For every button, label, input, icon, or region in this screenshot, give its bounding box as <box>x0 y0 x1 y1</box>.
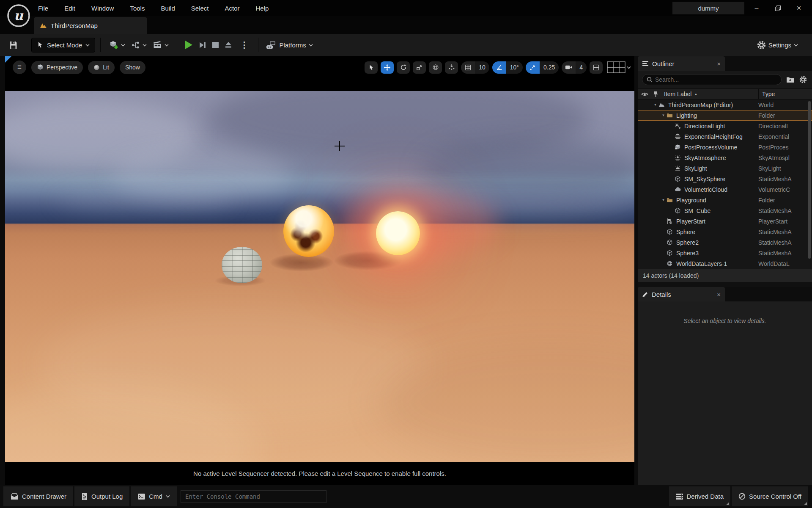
eject-icon <box>225 41 232 49</box>
gear-icon <box>799 76 807 83</box>
tab-outliner[interactable]: Outliner × <box>638 56 725 71</box>
console-icon <box>137 493 145 500</box>
play-button[interactable] <box>182 39 195 51</box>
outliner-row-sphere3[interactable]: Sphere3StaticMeshA <box>638 248 812 258</box>
outliner-row-thirdpersonmap-editor-[interactable]: ▼ThirdPersonMap (Editor)World <box>638 99 812 110</box>
source-control-button[interactable]: Source Control Off <box>732 486 808 506</box>
panel-divider[interactable] <box>638 282 812 287</box>
minimize-button[interactable]: – <box>746 2 767 14</box>
tab-details[interactable]: Details × <box>638 287 725 301</box>
stone-sphere <box>222 247 262 283</box>
volumetric-cloud-icon <box>675 186 682 193</box>
stop-button[interactable] <box>209 40 222 50</box>
outliner-row-playerstart[interactable]: PlayerStartPlayerStart <box>638 216 812 226</box>
perspective-dropdown[interactable]: Perspective <box>31 61 83 74</box>
outliner-row-exponentialheightfog[interactable]: ExponentialHeightFogExponential <box>638 131 812 142</box>
world-space-toggle[interactable] <box>429 61 442 74</box>
actor-label: VolumetricCloud <box>684 186 727 193</box>
frame-skip-button[interactable] <box>195 39 209 51</box>
outliner-settings-button[interactable] <box>798 75 808 84</box>
menu-item-edit[interactable]: Edit <box>59 3 80 14</box>
search-input[interactable] <box>642 74 782 85</box>
create-folder-button[interactable] <box>785 75 795 84</box>
outliner-row-postprocessvolume[interactable]: PostProcessVolumePostProces <box>638 142 812 152</box>
folder-icon <box>667 197 674 203</box>
rotate-tool-button[interactable] <box>397 61 410 74</box>
actor-type: VolumetricC <box>758 186 806 193</box>
actor-label: Sphere <box>676 229 695 235</box>
scale-tool-button[interactable] <box>413 61 426 74</box>
column-item-label[interactable]: Item Label ▲ <box>664 91 697 97</box>
platforms-label: Platforms <box>279 41 306 49</box>
select-tool-button[interactable] <box>365 61 378 74</box>
actor-type: World <box>758 102 806 108</box>
outliner-row-directionallight[interactable]: DirectionalLightDirectionalL <box>638 121 812 131</box>
save-button[interactable] <box>6 39 21 52</box>
platforms-dropdown[interactable]: Platforms <box>263 39 315 51</box>
outliner-row-sm-skysphere[interactable]: SM_SkySphereStaticMeshA <box>638 174 812 184</box>
select-mode-dropdown[interactable]: Select Mode <box>31 38 95 52</box>
menu-item-actor[interactable]: Actor <box>219 3 244 14</box>
view-mode-dropdown[interactable]: Lit <box>88 61 115 74</box>
play-icon <box>185 41 192 49</box>
outliner-row-sphere2[interactable]: Sphere2StaticMeshA <box>638 237 812 248</box>
blueprints-dropdown[interactable] <box>128 39 150 52</box>
actor-type: Folder <box>758 197 806 204</box>
surface-snapping-button[interactable] <box>445 61 458 74</box>
add-actor-dropdown[interactable] <box>106 38 128 52</box>
cmd-dropdown[interactable]: Cmd <box>131 486 177 506</box>
menu-item-select[interactable]: Select <box>186 3 214 14</box>
maximize-viewport-button[interactable] <box>590 61 603 74</box>
column-type[interactable]: Type <box>758 89 775 99</box>
close-icon[interactable]: × <box>717 60 721 67</box>
outliner-row-skylight[interactable]: SkyLightSkyLight <box>638 163 812 174</box>
outliner-row-volumetriccloud[interactable]: VolumetricCloudVolumetricC <box>638 184 812 195</box>
actor-label: SM_SkySphere <box>684 176 725 182</box>
restore-button[interactable] <box>767 2 788 14</box>
camera-speed-control[interactable]: 4 <box>562 61 587 74</box>
outliner-row-sphere[interactable]: SphereStaticMeshA <box>638 226 812 237</box>
cinematics-dropdown[interactable] <box>150 39 172 52</box>
actor-type: StaticMeshA <box>758 229 806 235</box>
menu-item-build[interactable]: Build <box>156 3 180 14</box>
derived-data-button[interactable]: Derived Data <box>669 486 731 506</box>
status-bar: Content Drawer Output Log Cmd Derived Da… <box>0 485 812 508</box>
expand-arrow-icon[interactable]: ▼ <box>660 198 667 202</box>
outliner-row-playground[interactable]: ▼PlaygroundFolder <box>638 195 812 205</box>
unreal-logo[interactable]: u <box>7 4 30 28</box>
eject-button[interactable] <box>222 39 235 51</box>
close-button[interactable]: × <box>788 2 809 14</box>
settings-dropdown[interactable]: Settings <box>754 39 801 52</box>
actor-label: WorldDataLayers-1 <box>676 260 727 267</box>
level-viewport[interactable]: ≡ Perspective Lit Show <box>5 56 634 485</box>
show-dropdown[interactable]: Show <box>120 61 145 74</box>
menu-item-tools[interactable]: Tools <box>125 3 150 14</box>
viewport-layout-dropdown[interactable] <box>606 61 632 74</box>
menu-item-window[interactable]: Window <box>86 3 119 14</box>
outliner-row-sm-cube[interactable]: SM_CubeStaticMeshA <box>638 205 812 216</box>
outliner-scrollbar[interactable] <box>808 101 811 259</box>
viewport-options-button[interactable]: ≡ <box>13 61 26 74</box>
menu-item-file[interactable]: File <box>33 3 53 14</box>
expand-arrow-icon[interactable]: ▼ <box>652 103 658 107</box>
outliner-row-worlddatalayers-1[interactable]: WorldDataLayers-1WorldDataL <box>638 258 812 269</box>
rotation-snap-control[interactable]: 10° <box>492 61 523 74</box>
tab-thirdpersonmap[interactable]: ThirdPersonMap <box>34 17 147 34</box>
expand-arrow-icon[interactable]: ▼ <box>660 113 667 117</box>
scale-snap-control[interactable]: 0.25 <box>526 61 559 74</box>
maximize-grid-icon <box>593 64 599 71</box>
output-log-button[interactable]: Output Log <box>74 486 129 506</box>
pin-icon[interactable] <box>653 91 658 97</box>
play-options-button[interactable]: ⋮ <box>235 38 253 52</box>
close-icon[interactable]: × <box>717 291 721 298</box>
menu-item-help[interactable]: Help <box>251 3 274 14</box>
content-drawer-button[interactable]: Content Drawer <box>3 486 73 506</box>
outliner-row-skyatmosphere[interactable]: SkyAtmosphereSkyAtmospl <box>638 152 812 163</box>
angle-snap-icon <box>492 61 506 74</box>
move-tool-button[interactable] <box>381 61 394 74</box>
console-command-input[interactable] <box>181 490 326 503</box>
outliner-row-lighting[interactable]: ▼LightingFolder <box>638 110 812 121</box>
layout-grid-icon <box>607 61 625 73</box>
eye-icon[interactable] <box>641 91 648 97</box>
grid-snap-control[interactable]: 10 <box>461 61 489 74</box>
